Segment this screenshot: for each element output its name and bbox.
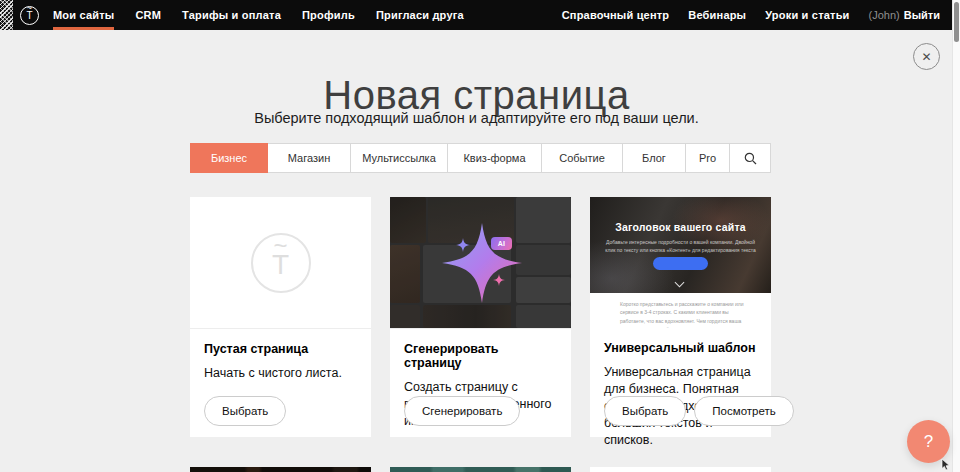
choose-template-button[interactable]: Выбрать [604,396,686,426]
choose-blank-button[interactable]: Выбрать [204,396,286,426]
search-tab[interactable] [729,143,771,173]
card-partial[interactable] [390,467,571,472]
template-category-tabs: Бизнес Магазин Мультиссылка Квиз-форма С… [190,143,771,173]
close-icon: ✕ [921,50,931,64]
template-body-text: Коротко представьтесь и расскажите о ком… [590,293,771,328]
search-icon [744,152,757,165]
view-template-button[interactable]: Посмотреть [694,396,793,426]
ai-badge: AI [491,237,512,250]
question-mark-icon: ? [924,432,933,452]
card-blank-preview: T [190,197,371,329]
nav-lessons[interactable]: Уроки и статьи [765,9,849,21]
card-title: Пустая страница [204,342,357,356]
template-hero-heading: Заголовок вашего сайта [590,221,771,233]
tab-event[interactable]: Событие [541,143,623,173]
help-button[interactable]: ? [907,420,950,463]
template-cards-row: T Пустая страница Начать с чистого листа… [190,197,771,437]
chevron-down-icon [676,279,684,287]
template-hero-subtext: Добавьте интересные подробности о вашей … [605,238,756,254]
nav-tariffs[interactable]: Тарифы и оплата [182,0,281,30]
card-partial[interactable] [590,467,771,472]
card-title: Универсальный шаблон [604,341,757,355]
new-page-dialog-screen: T Мои сайты CRM Тарифы и оплата Профиль … [0,0,960,472]
nav-my-sites[interactable]: Мои сайты [53,0,114,30]
mouse-cursor [941,459,951,471]
tab-quiz-form[interactable]: Квиз-форма [447,143,542,173]
secondary-nav: Справочный центр Вебинары Уроки и статьи… [562,0,940,30]
ai-sparkle-small-icon [456,238,470,252]
card-blank-page[interactable]: T Пустая страница Начать с чистого листа… [190,197,371,437]
ai-sparkle-small-icon [493,274,505,286]
card-template-preview: Заголовок вашего сайта Добавьте интересн… [590,197,771,328]
user-chip: (John) Выйти [869,9,940,21]
scrollbar-thumb[interactable] [954,2,959,42]
page-subtitle: Выберите подходящий шаблон и адаптируйте… [0,110,953,126]
close-button[interactable]: ✕ [913,43,940,70]
generate-button[interactable]: Сгенерировать [404,396,520,426]
user-name: (John) [869,9,900,21]
tab-pro[interactable]: Pro [685,143,730,173]
logout-link[interactable]: Выйти [904,9,940,21]
nav-crm[interactable]: CRM [135,0,161,30]
tab-business[interactable]: Бизнес [190,143,268,173]
main-nav: Мои сайты CRM Тарифы и оплата Профиль Пр… [53,0,464,30]
card-title: Сгенерировать страницу [404,342,557,370]
tab-multilink[interactable]: Мультиссылка [350,143,448,173]
nav-webinars[interactable]: Вебинары [688,9,746,21]
card-partial[interactable] [190,467,371,472]
template-hero-preview: Заголовок вашего сайта Добавьте интересн… [590,197,771,293]
decorative-edge-pattern [0,0,13,30]
ai-sparkle-icon [442,223,522,303]
scrollbar[interactable] [952,0,960,472]
card-description: Начать с чистого листа. [204,365,357,382]
nav-help-center[interactable]: Справочный центр [562,9,670,21]
tab-shop[interactable]: Магазин [267,143,351,173]
card-universal-template[interactable]: Заголовок вашего сайта Добавьте интересн… [590,197,771,437]
card-generate-ai[interactable]: AI Сгенерировать страницу Создать страни… [390,197,571,437]
tab-blog[interactable]: Блог [622,143,686,173]
card-ai-preview: AI [390,197,571,329]
tilda-logo[interactable]: T [20,6,39,25]
tilda-logo-letter: T [21,8,38,23]
template-hero-button [653,257,708,270]
top-navigation-bar: T Мои сайты CRM Тарифы и оплата Профиль … [0,0,953,30]
tilda-placeholder-logo-icon: T [251,233,311,293]
nav-invite-friend[interactable]: Пригласи друга [376,0,464,30]
nav-profile[interactable]: Профиль [302,0,355,30]
